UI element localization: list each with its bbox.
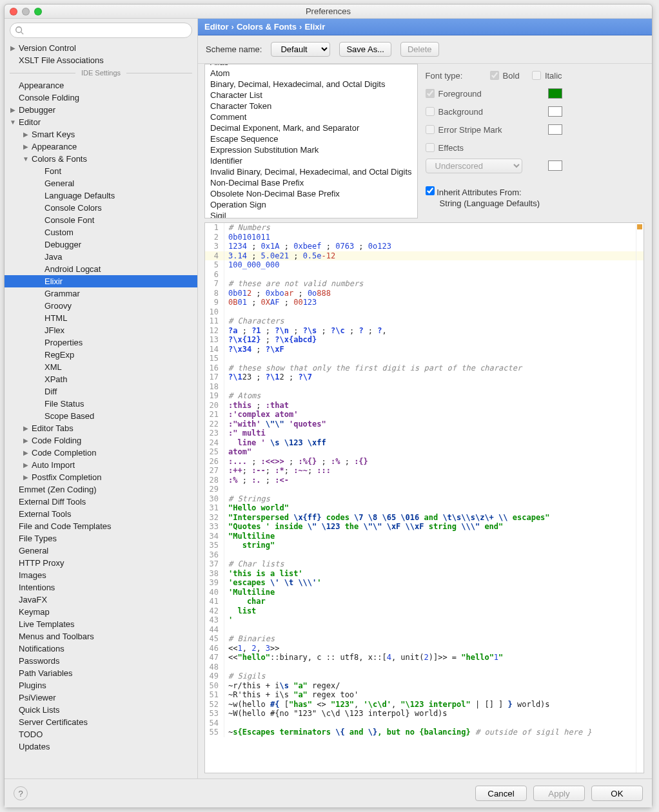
tree-item[interactable]: JavaFX: [5, 594, 197, 606]
attribute-item[interactable]: Non-Decimal Base Prefix: [205, 177, 417, 188]
errorstripe-checkbox[interactable]: [426, 125, 435, 134]
attribute-item[interactable]: Identifier: [205, 155, 417, 166]
attribute-item[interactable]: Obsolete Non-Decimal Base Prefix: [205, 188, 417, 199]
tree-item[interactable]: Intentions: [5, 581, 197, 594]
zoom-icon[interactable]: [34, 8, 42, 15]
crumb-elixir[interactable]: Elixir: [304, 22, 325, 32]
tree-item[interactable]: Diff: [5, 385, 197, 398]
tree-item[interactable]: HTML: [5, 312, 197, 324]
tree-item[interactable]: XSLT File Associations: [5, 54, 197, 66]
background-color-swatch[interactable]: [548, 106, 562, 117]
inherit-checkbox[interactable]: [426, 186, 435, 195]
chevron-right-icon[interactable]: ▶: [21, 143, 30, 150]
cancel-button[interactable]: Cancel: [475, 786, 527, 801]
tree-item[interactable]: Elixir: [5, 275, 197, 287]
effects-color-swatch[interactable]: [548, 160, 562, 171]
tree-item[interactable]: JFlex: [5, 324, 197, 336]
save-as-button[interactable]: Save As...: [339, 42, 391, 57]
effects-select[interactable]: Underscored: [426, 159, 522, 173]
tree-item[interactable]: ▶Smart Keys: [5, 128, 197, 140]
tree-item[interactable]: Console Colors: [5, 202, 197, 214]
apply-button[interactable]: Apply: [533, 786, 585, 801]
attribute-item[interactable]: Sigil: [205, 210, 417, 218]
attribute-list[interactable]: AliasAtomBinary, Decimal, Hexadecimal, a…: [204, 64, 418, 218]
search-input[interactable]: [10, 23, 192, 38]
preview-editor[interactable]: 1# Numbers20b010101131234 ; 0x1A ; 0xbee…: [204, 222, 644, 773]
bold-checkbox[interactable]: [490, 71, 499, 80]
tree-item[interactable]: Debugger: [5, 238, 197, 251]
chevron-right-icon[interactable]: ▶: [21, 437, 30, 444]
tree-item[interactable]: ▶Code Folding: [5, 434, 197, 447]
tree-item[interactable]: ▼Colors & Fonts: [5, 153, 197, 165]
errorstripe-color-swatch[interactable]: [548, 124, 562, 135]
background-checkbox[interactable]: [426, 107, 435, 116]
tree-item[interactable]: Custom: [5, 226, 197, 238]
chevron-down-icon[interactable]: ▼: [8, 119, 17, 126]
tree-item[interactable]: ▶Postfix Completion: [5, 471, 197, 483]
chevron-right-icon[interactable]: ▶: [21, 449, 30, 456]
attribute-item[interactable]: Escape Sequence: [205, 133, 417, 144]
crumb-editor[interactable]: Editor: [204, 22, 229, 32]
tree-item[interactable]: Properties: [5, 336, 197, 349]
ok-button[interactable]: OK: [591, 786, 643, 801]
tree-item[interactable]: Plugins: [5, 679, 197, 691]
attribute-item[interactable]: Character List: [205, 90, 417, 101]
crumb-colors[interactable]: Colors & Fonts: [237, 22, 297, 32]
tree-item[interactable]: ▶Version Control: [5, 42, 197, 54]
tree-item[interactable]: File Types: [5, 532, 197, 545]
delete-button[interactable]: Delete: [400, 42, 439, 57]
tree-item[interactable]: Font: [5, 165, 197, 177]
tree-item[interactable]: Path Variables: [5, 667, 197, 679]
tree-item[interactable]: Appearance: [5, 79, 197, 92]
tree-item[interactable]: XML: [5, 361, 197, 373]
tree-item[interactable]: HTTP Proxy: [5, 557, 197, 569]
tree-item[interactable]: ▶Auto Import: [5, 459, 197, 471]
attribute-item[interactable]: Decimal Exponent, Mark, and Separator: [205, 122, 417, 133]
attribute-item[interactable]: Comment: [205, 111, 417, 122]
chevron-right-icon[interactable]: ▶: [8, 106, 17, 113]
tree-item[interactable]: Notifications: [5, 643, 197, 655]
chevron-right-icon[interactable]: ▶: [21, 131, 30, 138]
attribute-item[interactable]: Invalid Binary, Decimal, Hexadecimal, an…: [205, 166, 417, 177]
tree-item[interactable]: External Diff Tools: [5, 496, 197, 508]
tree-item[interactable]: Emmet (Zen Coding): [5, 483, 197, 496]
tree-item[interactable]: ▶Code Completion: [5, 447, 197, 459]
tree-item[interactable]: ▶Appearance: [5, 140, 197, 153]
tree-item[interactable]: PsiViewer: [5, 691, 197, 704]
chevron-right-icon[interactable]: ▶: [21, 474, 30, 481]
tree-item[interactable]: File Status: [5, 398, 197, 410]
chevron-down-icon[interactable]: ▼: [21, 155, 30, 162]
tree-item[interactable]: External Tools: [5, 508, 197, 520]
tree-item[interactable]: ▶Editor Tabs: [5, 422, 197, 434]
chevron-right-icon[interactable]: ▶: [21, 425, 30, 432]
minimize-icon[interactable]: [22, 8, 30, 15]
tree-item[interactable]: ▼Editor: [5, 116, 197, 128]
attribute-item[interactable]: Binary, Decimal, Hexadecimal, and Octal …: [205, 79, 417, 90]
tree-item[interactable]: General: [5, 545, 197, 557]
tree-item[interactable]: General: [5, 177, 197, 189]
tree-item[interactable]: Groovy: [5, 300, 197, 312]
settings-tree[interactable]: ▶Version ControlXSLT File AssociationsID…: [5, 41, 197, 778]
tree-item[interactable]: Grammar: [5, 287, 197, 300]
tree-item[interactable]: Server Certificates: [5, 716, 197, 728]
tree-item[interactable]: Live Templates: [5, 618, 197, 630]
chevron-right-icon[interactable]: ▶: [8, 44, 17, 52]
tree-item[interactable]: File and Code Templates: [5, 520, 197, 532]
scheme-select[interactable]: Default: [271, 42, 330, 57]
tree-item[interactable]: Quick Lists: [5, 704, 197, 716]
tree-item[interactable]: TODO: [5, 728, 197, 740]
tree-item[interactable]: Updates: [5, 740, 197, 753]
tree-item[interactable]: ▶Debugger: [5, 104, 197, 116]
tree-item[interactable]: RegExp: [5, 349, 197, 361]
tree-item[interactable]: Menus and Toolbars: [5, 630, 197, 643]
tree-item[interactable]: Scope Based: [5, 410, 197, 422]
effects-checkbox[interactable]: [426, 143, 435, 152]
tree-item[interactable]: Passwords: [5, 655, 197, 667]
inherit-value[interactable]: String (Language Defaults): [440, 198, 562, 208]
tree-item[interactable]: XPath: [5, 373, 197, 385]
foreground-color-swatch[interactable]: [548, 88, 562, 99]
attribute-item[interactable]: Character Token: [205, 101, 417, 111]
tree-item[interactable]: Language Defaults: [5, 189, 197, 202]
attribute-item[interactable]: Expression Substitution Mark: [205, 144, 417, 155]
tree-item[interactable]: Console Folding: [5, 92, 197, 104]
